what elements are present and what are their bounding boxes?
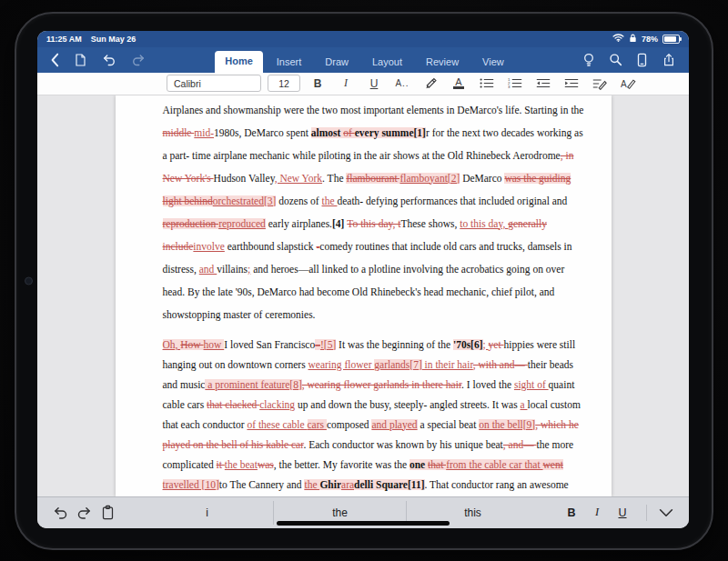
- tab-review[interactable]: Review: [416, 52, 469, 73]
- dismiss-toolbar-chevron-icon[interactable]: [654, 503, 678, 523]
- text-run: These shows,: [400, 218, 460, 229]
- text-run: How: [180, 339, 203, 350]
- text-run: DeMarco: [460, 173, 504, 184]
- font-size-select[interactable]: 12: [268, 75, 300, 92]
- decrease-indent-button[interactable]: [532, 75, 554, 92]
- text-run: went: [543, 459, 563, 470]
- text-run: middle: [163, 127, 195, 138]
- text-run: garlands[7]: [374, 359, 421, 370]
- font-formatting-button[interactable]: A..: [391, 75, 413, 92]
- text-run: , the better. My favorite was the: [274, 459, 410, 470]
- suggestion-i[interactable]: i: [141, 501, 273, 525]
- text-run: almost: [311, 127, 343, 138]
- export-file-icon[interactable]: [74, 53, 87, 67]
- document-area: Airplanes and showmanship were the two m…: [37, 95, 689, 496]
- text-run: wearing flower: [308, 359, 375, 370]
- text-run: of these cable: [247, 419, 307, 430]
- document-paragraph[interactable]: Oh, How how I loved San Francisco–![5] I…: [163, 335, 588, 496]
- text-run: 1980s, DeMarco spent: [214, 127, 311, 138]
- text-run: clacking: [259, 399, 295, 410]
- text-run: delli Square[11]: [354, 479, 424, 490]
- font-name-select[interactable]: Calibri: [167, 75, 261, 92]
- text-run: reproduction: [163, 218, 219, 229]
- underline-button-bottom[interactable]: U: [612, 503, 633, 523]
- back-button[interactable]: [50, 53, 59, 67]
- text-run: dozens of: [276, 195, 321, 206]
- italic-button[interactable]: I: [335, 75, 357, 92]
- search-icon[interactable]: [609, 53, 622, 66]
- text-run: that: [428, 459, 446, 470]
- ribbon-tabs: HomeInsertDrawLayoutReviewView: [158, 47, 571, 73]
- text-run: flambourant: [346, 173, 399, 184]
- share-icon[interactable]: [662, 53, 676, 67]
- highlight-color-button[interactable]: [420, 75, 441, 92]
- status-date: Sun May 26: [91, 35, 136, 44]
- text-run: ![5]: [320, 339, 336, 350]
- mobile-view-icon[interactable]: [637, 53, 647, 67]
- text-run: reproduced: [218, 218, 266, 229]
- text-run: . Each conductor was known by his unique…: [303, 439, 502, 450]
- text-run: . The: [322, 173, 346, 184]
- text-run: it: [217, 459, 225, 470]
- text-run: and: [199, 264, 217, 275]
- text-run: how: [204, 339, 225, 350]
- text-run: ara: [341, 479, 354, 490]
- text-run: '70s[6]: [453, 339, 483, 350]
- paste-clipboard-icon[interactable]: [96, 503, 119, 523]
- text-run: the: [304, 479, 319, 490]
- ipad-device: 11:25 AM Sun May 26 78%: [15, 12, 713, 550]
- text-run: travelled [10]: [163, 479, 219, 490]
- text-run: , wearing flower garlands in there hair: [302, 379, 461, 390]
- text-run: of: [343, 127, 354, 138]
- text-run: orchestrated[3]: [213, 195, 277, 206]
- styles-button[interactable]: A: [617, 75, 639, 92]
- undo-button-bottom[interactable]: [48, 503, 72, 523]
- text-run: It was the beginning of the: [336, 339, 453, 350]
- underline-button[interactable]: U: [363, 75, 385, 92]
- document-page[interactable]: Airplanes and showmanship were the two m…: [116, 95, 612, 496]
- text-run: on the bell[9]: [479, 419, 535, 430]
- italic-button-bottom[interactable]: I: [586, 503, 608, 523]
- text-run: early airplanes.: [266, 218, 332, 229]
- status-bar: 11:25 AM Sun May 26 78%: [37, 31, 689, 47]
- undo-button[interactable]: [102, 53, 116, 66]
- text-run: I loved San Francisco: [224, 339, 315, 350]
- redo-button[interactable]: [131, 53, 146, 66]
- paragraph-formatting-button[interactable]: [589, 75, 611, 92]
- tab-draw[interactable]: Draw: [315, 52, 359, 73]
- tell-me-lightbulb-icon[interactable]: [583, 53, 594, 67]
- text-run: Oh,: [163, 339, 181, 350]
- bullet-list-button[interactable]: [476, 75, 498, 92]
- text-run: the: [322, 195, 338, 206]
- increase-indent-button[interactable]: [561, 75, 582, 92]
- document-paragraph[interactable]: Airplanes and showmanship were the two m…: [163, 99, 588, 326]
- text-run: and played: [371, 419, 417, 430]
- home-indicator[interactable]: [277, 521, 450, 526]
- text-run: , and—: [503, 439, 537, 450]
- text-run: was: [258, 459, 274, 470]
- status-time: 11:25 AM: [46, 35, 82, 44]
- tab-layout[interactable]: Layout: [362, 52, 412, 73]
- text-run: to The Cannery and: [219, 479, 305, 490]
- text-run: , New York: [275, 173, 322, 184]
- text-run: that clacked: [207, 399, 259, 410]
- text-run: composed: [327, 419, 372, 430]
- tab-insert[interactable]: Insert: [267, 52, 312, 73]
- text-run: a prominent feature[8]: [205, 379, 301, 390]
- wifi-icon: [612, 34, 624, 44]
- bold-button-bottom[interactable]: B: [561, 503, 582, 523]
- text-run: a: [521, 399, 528, 410]
- tab-view[interactable]: View: [472, 52, 514, 73]
- bold-button[interactable]: B: [307, 75, 329, 92]
- battery-icon: [662, 35, 680, 44]
- command-bar: HomeInsertDrawLayoutReviewView: [37, 47, 689, 73]
- text-run: To this day, t: [347, 218, 400, 229]
- font-color-button[interactable]: A: [448, 75, 470, 92]
- text-run: from the cable car that: [446, 459, 542, 470]
- text-run: one: [410, 459, 428, 470]
- svg-text:3: 3: [508, 85, 511, 90]
- redo-button-bottom[interactable]: [72, 503, 96, 523]
- numbered-list-button[interactable]: 123: [504, 75, 526, 92]
- tab-home[interactable]: Home: [215, 51, 263, 73]
- separator: [646, 505, 647, 521]
